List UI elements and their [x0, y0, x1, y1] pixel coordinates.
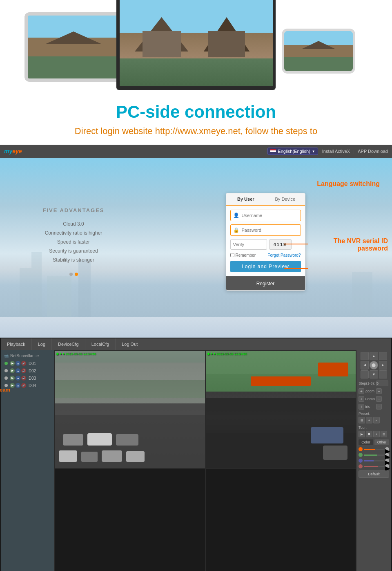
ch-sound-btn[interactable]: 🔊: [21, 361, 26, 366]
advantage-5: Stability is stronger: [16, 255, 131, 264]
banner-red: [318, 363, 348, 376]
channel-label-d03: D03: [29, 376, 36, 381]
language-selector[interactable]: English(English) ▼: [267, 148, 318, 155]
password-input[interactable]: [242, 228, 301, 233]
ch-sound-btn-d02[interactable]: 🔊: [21, 368, 26, 373]
verify-input[interactable]: [230, 239, 267, 250]
ch-play-btn[interactable]: ▶: [10, 361, 15, 366]
zoom-label: Zoom: [365, 389, 375, 393]
remember-row: Remember Forget Password?: [230, 253, 301, 258]
preset-buttons: ⊞ + −: [359, 417, 389, 423]
channel-d04: ▶ ● 🔊 D04: [3, 382, 52, 389]
preset-btn-1[interactable]: ⊞: [359, 417, 365, 423]
ptz-bottomleft[interactable]: [361, 370, 369, 378]
ptz-topright[interactable]: [379, 352, 387, 360]
ptz-up[interactable]: ▲: [370, 352, 378, 360]
iris-minus-btn[interactable]: −: [376, 404, 382, 410]
forget-password-link[interactable]: Forget Password?: [267, 253, 301, 258]
tour-btn-4[interactable]: ⊞: [381, 431, 387, 437]
cam1-overlay: ◉ ● ● 2019-09-09 12:34:56: [56, 352, 96, 356]
tablet-device: [24, 12, 122, 82]
other-tab[interactable]: Other: [374, 439, 389, 445]
slider-4[interactable]: [364, 466, 384, 467]
color-tab[interactable]: Color: [359, 439, 373, 445]
menu-playback[interactable]: Playback: [1, 338, 32, 350]
slider-row-4: ▶: [359, 464, 389, 468]
cam3-empty: [55, 469, 205, 571]
dot-indicator-1[interactable]: [69, 273, 73, 276]
preset-btn-3[interactable]: −: [373, 417, 380, 423]
ch-record-btn-d04[interactable]: ●: [16, 383, 20, 388]
tour-btn-1[interactable]: ▶: [359, 431, 365, 437]
channel-status-dot-d02: [4, 369, 8, 372]
ch-sound-btn-d03[interactable]: 🔊: [21, 376, 26, 381]
ch-record-btn[interactable]: ●: [16, 361, 20, 366]
advantage-2: Connectivity ratio is higher: [16, 228, 131, 237]
color-dot-2: [359, 453, 363, 457]
color-tab-row: Color Other: [359, 439, 389, 445]
ch-play-btn-d04[interactable]: ▶: [10, 383, 15, 388]
step-input[interactable]: [376, 381, 388, 386]
remember-checkbox[interactable]: [230, 253, 234, 257]
focus-minus-btn[interactable]: −: [376, 396, 382, 402]
cam4-empty: [206, 469, 356, 571]
zoom-minus-btn[interactable]: −: [376, 388, 382, 394]
menu-localcfg[interactable]: LocalCfg: [85, 338, 116, 350]
advantage-3: Speed is faster: [16, 237, 131, 246]
focus-plus-btn[interactable]: +: [359, 396, 364, 402]
color-arrow-4: ▶: [385, 464, 389, 468]
ptz-topleft[interactable]: [361, 352, 369, 360]
menu-log[interactable]: Log: [32, 338, 52, 350]
channel-controls: ▶ ● 🔊: [10, 361, 26, 366]
slider-1[interactable]: [364, 449, 384, 450]
banner-orange: [251, 376, 311, 386]
tour-btn-3[interactable]: +: [373, 431, 380, 437]
menu-devicecfg[interactable]: DeviceCfg: [52, 338, 85, 350]
preset-btn-2[interactable]: +: [366, 417, 372, 423]
dot-indicator-2[interactable]: [75, 273, 78, 276]
focus-label: Focus: [365, 397, 375, 401]
tour-buttons: ▶ ⏹ + ⊞: [359, 431, 389, 437]
cam1-building: [55, 351, 205, 403]
ptz-bottomright[interactable]: [379, 370, 387, 378]
ch-record-btn-d02[interactable]: ●: [16, 368, 20, 373]
nvr-main-area: FIVE ADVANTAGES Cloud 3.0 Connectivity r…: [0, 158, 392, 317]
ch-play-btn-d02[interactable]: ▶: [10, 368, 15, 373]
tour-btn-2[interactable]: ⏹: [366, 431, 372, 437]
connection-title: PC-side connection: [8, 102, 384, 122]
preset-label: Preset:: [359, 412, 389, 416]
sidebar-title: NetSurveillance: [3, 352, 52, 360]
monitor-screen: [120, 0, 273, 86]
channel-status-dot-d03: [4, 376, 8, 380]
surveillance-content: NetSurveillance ▶ ● 🔊 D01 ▶: [1, 350, 391, 571]
remember-label[interactable]: Remember: [230, 253, 256, 258]
ptz-center[interactable]: ⬤: [370, 361, 378, 369]
tab-by-user[interactable]: By User: [226, 193, 266, 206]
ch-sound-btn-d04[interactable]: 🔊: [21, 383, 26, 388]
register-button[interactable]: Register: [256, 281, 275, 287]
user-icon: 👤: [231, 213, 242, 218]
ptz-controller: ▲ ◄ ⬤ ► ▼: [361, 352, 387, 378]
cam2-overlay: ◉ ● ● 2019-09-09 12:34:56: [207, 352, 247, 356]
surveillance-right-panel: ▲ ◄ ⬤ ► ▼ Step(1-8): + Zoom: [356, 350, 391, 571]
app-download-link[interactable]: APP Download: [358, 149, 388, 154]
install-activex-link[interactable]: Install ActiveX: [322, 149, 350, 154]
channel-d02: ▶ ● 🔊 D02: [3, 367, 52, 374]
menu-logout[interactable]: Log Out: [116, 338, 144, 350]
iris-plus-btn[interactable]: +: [359, 404, 364, 410]
slider-2[interactable]: [364, 455, 384, 456]
slider-3[interactable]: [364, 460, 384, 461]
zoom-plus-btn[interactable]: +: [359, 388, 364, 394]
car-3: [102, 450, 122, 462]
login-preview-button[interactable]: Login and Preview: [230, 261, 301, 272]
default-button[interactable]: Default: [359, 470, 389, 478]
ptz-left[interactable]: ◄: [361, 361, 369, 369]
channel-controls-d04: ▶ ● 🔊: [10, 383, 26, 388]
tab-by-device[interactable]: By Device: [265, 193, 305, 205]
ptz-right[interactable]: ►: [379, 361, 387, 369]
ptz-down[interactable]: ▼: [370, 370, 378, 378]
five-advantages-title: FIVE ADVANTAGES: [16, 207, 131, 213]
ch-record-btn-d03[interactable]: ●: [16, 376, 20, 381]
ch-play-btn-d03[interactable]: ▶: [10, 376, 15, 381]
username-input[interactable]: [242, 213, 301, 218]
